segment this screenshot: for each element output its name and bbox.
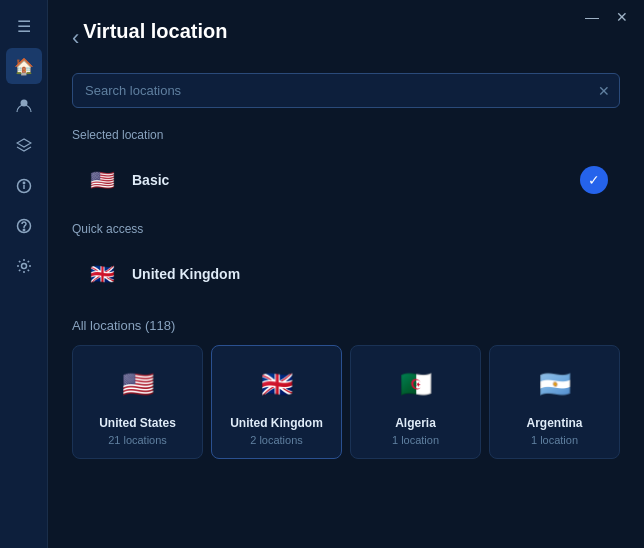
page-header: ‹ Virtual location	[72, 16, 620, 59]
card-name-dz: Algeria	[395, 416, 436, 430]
card-name-us: United States	[99, 416, 176, 430]
flag-uk: 🇬🇧	[255, 362, 299, 406]
flag-us: 🇺🇸	[116, 362, 160, 406]
selected-location-item[interactable]: 🇺🇸 Basic ✓	[72, 152, 620, 208]
location-card-us[interactable]: 🇺🇸 United States 21 locations	[72, 345, 203, 459]
sidebar-icon-user[interactable]	[6, 88, 42, 124]
location-card-ar[interactable]: 🇦🇷 Argentina 1 location	[489, 345, 620, 459]
location-card-dz[interactable]: 🇩🇿 Algeria 1 location	[350, 345, 481, 459]
location-card-uk[interactable]: 🇬🇧 United Kingdom 2 locations	[211, 345, 342, 459]
sidebar-icon-settings[interactable]	[6, 248, 42, 284]
card-sub-us: 21 locations	[108, 434, 167, 446]
search-bar: ✕	[72, 73, 620, 108]
selected-location-label: Selected location	[72, 128, 620, 142]
selected-location-name: Basic	[132, 172, 169, 188]
quick-access-flag: 🇬🇧	[84, 256, 120, 292]
selected-check-icon: ✓	[580, 166, 608, 194]
main-content: ‹ Virtual location ✕ Selected location 🇺…	[48, 0, 644, 548]
quick-access-name: United Kingdom	[132, 266, 240, 282]
sidebar-icon-help[interactable]	[6, 208, 42, 244]
quick-access-item[interactable]: 🇬🇧 United Kingdom	[72, 246, 620, 302]
sidebar-icon-menu[interactable]: ☰	[6, 8, 42, 44]
flag-ar: 🇦🇷	[533, 362, 577, 406]
card-name-ar: Argentina	[526, 416, 582, 430]
sidebar-icon-layers[interactable]	[6, 128, 42, 164]
card-name-uk: United Kingdom	[230, 416, 323, 430]
svg-point-3	[23, 182, 24, 183]
back-button[interactable]: ‹	[72, 25, 79, 51]
search-clear-button[interactable]: ✕	[598, 83, 610, 99]
svg-point-5	[23, 229, 24, 230]
card-sub-uk: 2 locations	[250, 434, 303, 446]
svg-point-6	[21, 264, 26, 269]
sidebar-icon-home[interactable]: 🏠	[6, 48, 42, 84]
search-input[interactable]	[72, 73, 620, 108]
page-title: Virtual location	[83, 20, 227, 43]
sidebar: ☰ 🏠	[0, 0, 48, 548]
sidebar-icon-info[interactable]	[6, 168, 42, 204]
card-sub-dz: 1 location	[392, 434, 439, 446]
all-locations-label: All locations (118)	[72, 318, 620, 333]
selected-flag: 🇺🇸	[84, 162, 120, 198]
locations-grid: 🇺🇸 United States 21 locations 🇬🇧 United …	[72, 345, 620, 459]
card-sub-ar: 1 location	[531, 434, 578, 446]
quick-access-label: Quick access	[72, 222, 620, 236]
flag-dz: 🇩🇿	[394, 362, 438, 406]
